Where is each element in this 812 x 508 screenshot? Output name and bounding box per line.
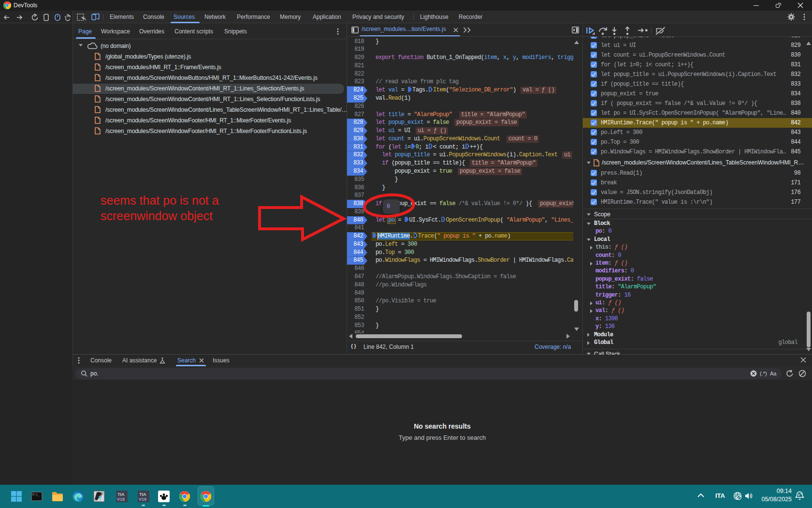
svg-text:V19: V19 <box>139 497 146 502</box>
svg-text:z: z <box>798 493 800 496</box>
svg-text:z: z <box>800 492 802 495</box>
svg-text:C:\_: C:\_ <box>32 493 40 496</box>
svg-text:V18: V18 <box>117 497 125 502</box>
svg-text:7: 7 <box>99 495 102 501</box>
svg-text:TIA: TIA <box>139 492 146 497</box>
svg-text:TIA: TIA <box>117 492 125 497</box>
